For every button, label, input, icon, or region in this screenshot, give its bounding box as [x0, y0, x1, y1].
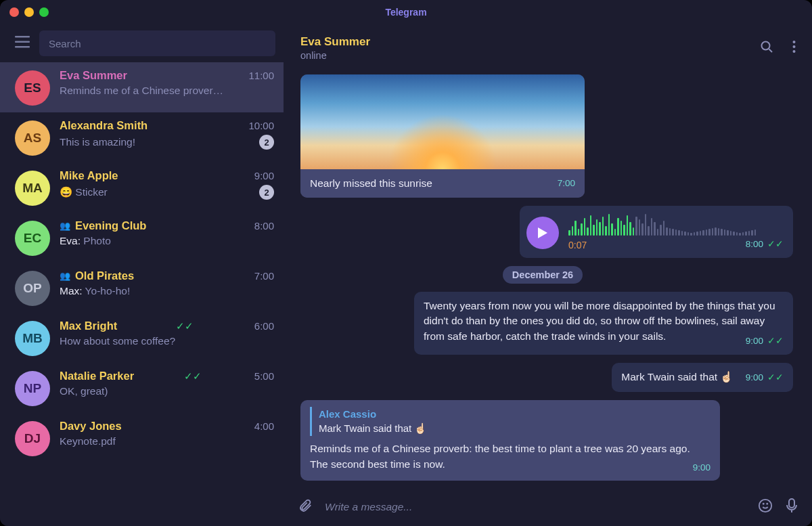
message-voice[interactable]: 0:07 8:00✓✓: [520, 206, 793, 257]
avatar: AS: [15, 120, 50, 156]
chat-name: Evening Club: [75, 219, 146, 232]
svg-point-7: [793, 50, 796, 53]
more-icon[interactable]: [792, 40, 796, 56]
chat-preview: Max: Yo-ho-ho!: [60, 285, 274, 297]
chat-time: 8:00: [254, 220, 274, 232]
chat-name: Natalie Parker: [60, 370, 134, 382]
unread-badge: 2: [259, 135, 274, 150]
chat-item[interactable]: ASAlexandra Smith10:00This is amazing!2: [0, 112, 284, 162]
search-icon[interactable]: [760, 40, 773, 56]
avatar: DJ: [15, 421, 50, 456]
conversation-status: online: [300, 50, 370, 61]
message-time: 9:00: [746, 372, 763, 382]
svg-point-9: [763, 504, 764, 504]
svg-point-5: [793, 41, 796, 43]
chat-name: Max Bright: [60, 320, 117, 332]
avatar: MB: [15, 321, 50, 356]
chat-preview: How about some coffee?: [60, 335, 274, 347]
avatar: NP: [15, 371, 50, 406]
svg-point-6: [793, 45, 796, 48]
avatar: MA: [15, 171, 50, 206]
chat-name: Eva Summer: [60, 69, 127, 82]
read-checks-icon: ✓✓: [767, 372, 784, 382]
search-placeholder: Search: [49, 38, 81, 49]
chat-item[interactable]: MBMax Bright✓✓6:00How about some coffee?: [0, 313, 284, 363]
chat-preview: 😄 Sticker: [60, 186, 254, 198]
avatar: ES: [15, 70, 50, 106]
chat-name: Old Pirates: [75, 269, 134, 282]
chat-item[interactable]: ESEva Summer11:00Reminds me of a Chinese…: [0, 62, 284, 112]
attach-icon[interactable]: [298, 498, 313, 516]
read-checks-icon: ✓✓: [767, 335, 784, 346]
unread-badge: 2: [259, 185, 274, 200]
sidebar: Search ESEva Summer11:00Reminds me of a …: [0, 24, 284, 526]
read-checks-icon: ✓✓: [176, 320, 194, 332]
chat-time: 7:00: [254, 270, 274, 282]
window-title: Telegram: [0, 7, 812, 18]
chat-preview: Reminds me of a Chinese prover…: [60, 85, 274, 97]
message-text[interactable]: Mark Twain said that ☝🏻 9:00✓✓: [612, 363, 793, 391]
chat-item[interactable]: DJDavy Jones4:00Keynote.pdf: [0, 413, 284, 463]
voice-waveform[interactable]: [568, 213, 784, 236]
message-body: Twenty years from now you will be more d…: [424, 300, 775, 342]
chat-preview: Eva: Photo: [60, 235, 274, 247]
svg-line-4: [769, 49, 773, 53]
message-reply[interactable]: Alex Cassio Mark Twain said that ☝🏻 Remi…: [300, 400, 720, 481]
photo-attachment: [300, 74, 585, 169]
titlebar: Telegram: [0, 0, 812, 24]
group-icon: 👥: [60, 221, 70, 231]
chat-time: 6:00: [254, 320, 274, 332]
message-composer: Write a message...: [284, 488, 812, 526]
emoji-icon[interactable]: [758, 498, 773, 516]
chat-item[interactable]: MAMike Apple9:00😄 Sticker2: [0, 162, 284, 213]
chat-name: Alexandra Smith: [60, 119, 148, 132]
message-time: 7:00: [558, 177, 575, 190]
svg-point-3: [762, 42, 770, 50]
microphone-icon[interactable]: [785, 498, 798, 517]
chat-time: 11:00: [248, 70, 274, 81]
chat-name: Mike Apple: [60, 169, 118, 182]
chat-name: Davy Jones: [60, 420, 122, 433]
svg-rect-1: [15, 41, 30, 43]
chat-list: ESEva Summer11:00Reminds me of a Chinese…: [0, 62, 284, 526]
svg-point-10: [767, 504, 767, 504]
chat-time: 4:00: [254, 420, 274, 432]
chat-time: 5:00: [254, 370, 274, 382]
group-icon: 👥: [60, 271, 70, 281]
chat-item[interactable]: NPNatalie Parker✓✓5:00OK, great): [0, 363, 284, 413]
chat-item[interactable]: OP👥Old Pirates7:00Max: Yo-ho-ho!: [0, 263, 284, 313]
play-button[interactable]: [526, 217, 559, 249]
conversation-header: Eva Summer online: [284, 24, 812, 72]
message-body: Reminds me of a Chinese proverb: the bes…: [310, 443, 690, 469]
message-text[interactable]: Twenty years from now you will be more d…: [414, 292, 793, 355]
svg-rect-0: [15, 36, 30, 38]
message-input[interactable]: Write a message...: [325, 501, 746, 513]
svg-rect-2: [15, 46, 30, 48]
chat-time: 9:00: [254, 170, 274, 181]
chat-time: 10:00: [248, 120, 274, 131]
voice-duration: 0:07: [568, 238, 587, 252]
menu-icon[interactable]: [15, 36, 30, 51]
message-body: Mark Twain said that ☝🏻: [621, 371, 733, 382]
app-window: Telegram Search ESEva Summer11:00Reminds…: [0, 0, 812, 526]
message-list: Nearly missed this sunrise 7:00: [284, 72, 812, 488]
photo-caption: Nearly missed this sunrise: [310, 176, 432, 191]
avatar: OP: [15, 271, 50, 306]
search-input[interactable]: Search: [39, 30, 275, 56]
avatar: EC: [15, 221, 50, 256]
svg-rect-11: [789, 499, 794, 508]
chat-preview: Keynote.pdf: [60, 435, 274, 447]
read-checks-icon: ✓✓: [767, 238, 784, 249]
reply-quote[interactable]: Alex Cassio Mark Twain said that ☝🏻: [310, 407, 710, 437]
reply-author: Alex Cassio: [319, 407, 710, 422]
chat-item[interactable]: EC👥Evening Club8:00Eva: Photo: [0, 213, 284, 263]
message-time: 9:00: [693, 461, 710, 475]
conversation-pane: Eva Summer online Nearly missed this sun…: [284, 24, 812, 526]
date-separator: December 26: [503, 266, 583, 284]
conversation-title[interactable]: Eva Summer: [300, 35, 370, 49]
read-checks-icon: ✓✓: [184, 370, 202, 382]
chat-preview: OK, great): [60, 385, 274, 397]
message-time: 8:00: [746, 239, 763, 249]
reply-text: Mark Twain said that ☝🏻: [319, 421, 710, 436]
message-photo[interactable]: Nearly missed this sunrise 7:00: [300, 74, 585, 198]
